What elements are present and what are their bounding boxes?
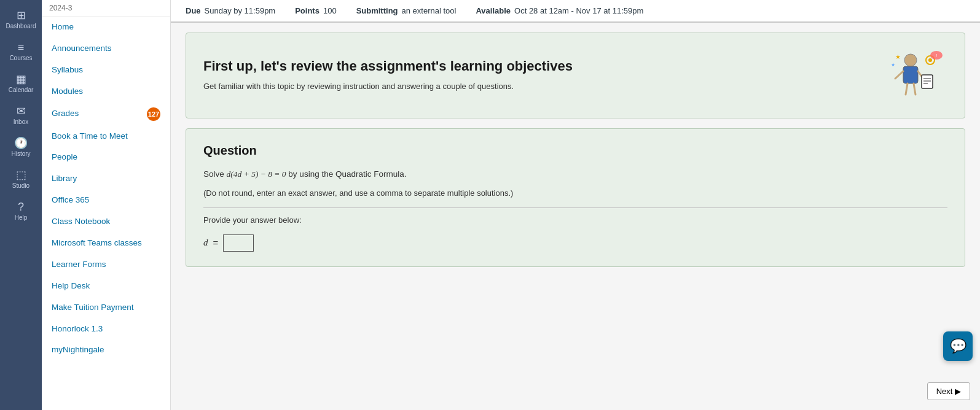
nav-book-a-time[interactable]: Book a Time to Meet	[42, 126, 170, 147]
help-icon: ?	[18, 201, 24, 212]
nav-office365[interactable]: Office 365	[42, 190, 170, 211]
question-body-prefix: Solve	[203, 169, 227, 179]
nav-dashboard[interactable]: ⊞ Dashboard	[0, 5, 42, 34]
svg-line-5	[914, 83, 915, 95]
nav-syllabus[interactable]: Syllabus	[42, 60, 170, 81]
meta-due-label: Due	[186, 6, 201, 15]
meta-points-label: Points	[295, 6, 319, 15]
svg-rect-6	[922, 75, 933, 88]
nav-help-desk[interactable]: Help Desk	[42, 276, 170, 297]
nav-library[interactable]: Library	[42, 168, 170, 190]
meta-submitting-value: an external tool	[402, 6, 457, 15]
dashboard-icon: ⊞	[17, 10, 26, 21]
nav-honorlock[interactable]: Honorlock 1.3	[42, 319, 170, 340]
svg-text:!: !	[936, 53, 937, 58]
global-nav: ⊞ Dashboard ≡ Courses ▦ Calendar ✉ Inbox…	[0, 0, 42, 410]
illustration-svg: ! ★ ★	[880, 48, 947, 103]
grades-badge: 127	[147, 107, 160, 121]
meta-available-value: Oct 28 at 12am - Nov 17 at 11:59pm	[514, 6, 643, 15]
nav-inbox[interactable]: ✉ Inbox	[0, 101, 42, 130]
nav-grades-container: Grades 127	[42, 102, 170, 126]
question-note: (Do not round, enter an exact answer, an…	[203, 188, 947, 198]
question-body-suffix: by using the Quadratic Formula.	[286, 169, 407, 179]
nav-microsoft-teams[interactable]: Microsoft Teams classes	[42, 233, 170, 254]
nav-make-tuition[interactable]: Make Tuition Payment	[42, 297, 170, 319]
nav-modules[interactable]: Modules	[42, 81, 170, 102]
nav-studio-label: Studio	[12, 182, 29, 189]
nav-studio[interactable]: ⬚ Studio	[0, 164, 42, 194]
course-nav: 2024-3 Home Announcements Syllabus Modul…	[42, 0, 171, 410]
nav-grades[interactable]: Grades	[52, 108, 79, 120]
nav-calendar[interactable]: ▦ Calendar	[0, 69, 42, 98]
svg-text:★: ★	[895, 53, 901, 60]
question-body: Solve d(4d + 5) − 8 = 0 by using the Qua…	[203, 168, 947, 181]
meta-submitting-label: Submitting	[356, 6, 398, 15]
course-year: 2024-3	[42, 0, 170, 17]
chat-button[interactable]: 💬	[943, 331, 973, 361]
main-content: Due Sunday by 11:59pm Points 100 Submitt…	[171, 0, 980, 410]
calendar-icon: ▦	[16, 74, 26, 85]
nav-calendar-label: Calendar	[9, 87, 34, 93]
meta-due-value: Sunday by 11:59pm	[205, 6, 276, 15]
next-button[interactable]: Next ▶	[927, 382, 970, 400]
svg-line-4	[906, 83, 907, 95]
history-icon: 🕐	[14, 137, 28, 149]
nav-courses[interactable]: ≡ Courses	[0, 37, 42, 66]
chat-icon: 💬	[950, 338, 966, 354]
question-math: d(4d + 5) − 8 = 0	[227, 169, 286, 179]
nav-people[interactable]: People	[42, 147, 170, 168]
objectives-text: First up, let's review the assignment's …	[203, 58, 868, 93]
answer-input-row: d =	[203, 234, 947, 252]
answer-equals: =	[213, 238, 219, 248]
svg-point-11	[928, 58, 932, 62]
svg-line-2	[895, 71, 903, 79]
answer-variable: d	[203, 238, 208, 248]
nav-history-label: History	[11, 150, 30, 157]
studio-icon: ⬚	[16, 169, 26, 180]
meta-available: Available Oct 28 at 12am - Nov 17 at 11:…	[476, 6, 643, 15]
nav-learner-forms[interactable]: Learner Forms	[42, 254, 170, 276]
nav-dashboard-label: Dashboard	[6, 23, 36, 29]
next-button-container: Next ▶	[927, 382, 970, 400]
meta-available-label: Available	[476, 6, 511, 15]
meta-points: Points 100	[295, 6, 336, 15]
answer-label: Provide your answer below:	[203, 215, 947, 225]
nav-class-notebook[interactable]: Class Notebook	[42, 211, 170, 233]
svg-rect-1	[903, 66, 918, 83]
svg-text:★: ★	[891, 62, 895, 68]
nav-announcements[interactable]: Announcements	[42, 38, 170, 60]
nav-help[interactable]: ? Help	[0, 196, 42, 226]
objectives-description: Get familiar with this topic by reviewin…	[203, 80, 868, 93]
question-card: Question Solve d(4d + 5) − 8 = 0 by usin…	[186, 128, 965, 267]
svg-point-0	[904, 54, 917, 66]
courses-icon: ≡	[18, 42, 25, 53]
objectives-card: First up, let's review the assignment's …	[186, 33, 965, 118]
objectives-illustration: ! ★ ★	[880, 48, 947, 103]
question-title: Question	[203, 144, 947, 158]
answer-input-field[interactable]	[223, 234, 254, 252]
meta-submitting: Submitting an external tool	[356, 6, 457, 15]
question-divider	[203, 207, 947, 208]
inbox-icon: ✉	[17, 106, 26, 117]
nav-courses-label: Courses	[9, 55, 32, 61]
nav-help-label: Help	[15, 214, 28, 221]
nav-history[interactable]: 🕐 History	[0, 133, 42, 162]
assignment-meta-bar: Due Sunday by 11:59pm Points 100 Submitt…	[171, 0, 980, 23]
objectives-title: First up, let's review the assignment's …	[203, 58, 868, 74]
nav-mynightingale[interactable]: myNightingale	[42, 339, 170, 361]
meta-due: Due Sunday by 11:59pm	[186, 6, 275, 15]
nav-inbox-label: Inbox	[14, 118, 28, 125]
meta-points-value: 100	[323, 6, 337, 15]
nav-home[interactable]: Home	[42, 17, 170, 38]
content-scroll[interactable]: First up, let's review the assignment's …	[171, 23, 980, 410]
